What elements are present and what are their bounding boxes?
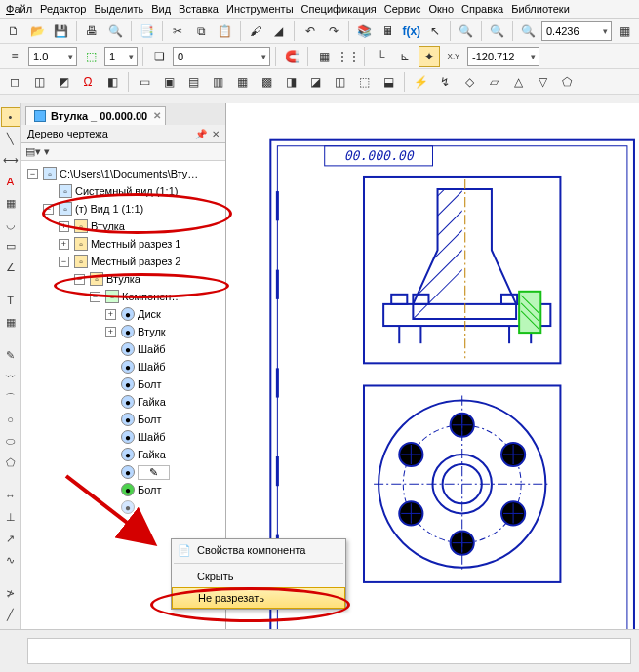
layers-palette-icon[interactable]: ❏ (148, 46, 170, 67)
line-style-combo[interactable]: 1.0 (28, 47, 77, 66)
tree-node-more[interactable]: ● (25, 498, 225, 516)
snap-magnet-icon[interactable]: 🧲 (281, 46, 302, 67)
tree-node-vtulka2[interactable]: − ▫ Втулка (25, 270, 225, 288)
menu-tools[interactable]: Инструменты (226, 3, 294, 15)
line-style-icon[interactable]: ≡ (4, 46, 25, 67)
copy-icon[interactable]: ⧉ (191, 20, 212, 42)
library-mgr-icon[interactable]: 📚 (354, 20, 375, 42)
menu-window[interactable]: Окно (428, 3, 454, 15)
zoom-icon[interactable]: 🔍 (518, 20, 539, 42)
vt-13-icon[interactable]: ◪ (304, 71, 326, 93)
ctx-item-nocut[interactable]: Не разрезать (172, 587, 345, 609)
undo-icon[interactable]: ↶ (300, 20, 320, 42)
save-icon[interactable]: 💾 (51, 20, 71, 42)
print-preview-icon[interactable]: 🔍 (105, 20, 126, 42)
menu-spec[interactable]: Спецификация (301, 3, 377, 15)
vt-19-icon[interactable]: ◇ (459, 71, 480, 93)
view-tool-4-icon[interactable]: Ω (77, 71, 99, 93)
zoom-combo[interactable]: 0.4236 (541, 21, 612, 41)
xy-icon[interactable]: X,Y (443, 46, 464, 67)
vtool-extend-icon[interactable]: ╱ (1, 605, 20, 624)
calculator-icon[interactable]: 🖩 (378, 20, 398, 42)
tree-node-edit-inline[interactable]: ● ✎ (25, 463, 225, 481)
vtool-t-icon[interactable]: T (1, 291, 20, 310)
view-tool-1-icon[interactable]: ◻ (4, 71, 25, 93)
vt-12-icon[interactable]: ◨ (280, 71, 301, 93)
vt-14-icon[interactable]: ◫ (329, 71, 350, 93)
vtool-dim-icon[interactable]: ⟷ (1, 150, 20, 170)
format-paint-icon[interactable]: 🖌 (246, 20, 266, 42)
layer-select-combo[interactable]: 0 (173, 47, 270, 66)
tree-mode-bar[interactable]: ▤▾ ▾ (21, 143, 225, 161)
menu-help[interactable]: Справка (461, 3, 503, 15)
vt-21-icon[interactable]: △ (507, 71, 529, 93)
tree-node-bolt2[interactable]: ● Болт (25, 411, 225, 428)
layer-combo[interactable]: 1 (104, 47, 138, 66)
tree-node-local2[interactable]: − ▫ Местный разрез 2 (25, 253, 225, 270)
layer-icon[interactable]: ⬚ (80, 46, 101, 67)
vtool-table-icon[interactable]: ▦ (1, 312, 20, 332)
redo-icon[interactable]: ↷ (323, 20, 343, 42)
tree-node-shayb1[interactable]: ● Шайб (25, 340, 225, 358)
ctx-item-properties[interactable]: 📄 Свойства компонента (172, 539, 345, 561)
fx-icon[interactable]: f(x) (401, 20, 421, 42)
print-icon[interactable]: 🖶 (82, 20, 102, 42)
expand-icon[interactable]: + (59, 239, 69, 250)
vt-16-icon[interactable]: ⬓ (378, 71, 399, 93)
vtool-trim-icon[interactable]: ≯ (1, 583, 20, 603)
tree-node-components[interactable]: − ▫ Компонен… (25, 288, 225, 305)
vt-7-icon[interactable]: ▣ (158, 71, 180, 93)
tree-node-shayb3[interactable]: ● Шайб (25, 428, 225, 446)
zoom-window-icon[interactable]: 🔍 (487, 20, 507, 42)
tree-node-disk[interactable]: + ● Диск (25, 305, 225, 323)
vtool-spline-icon[interactable]: 〰 (1, 367, 20, 386)
properties-icon[interactable]: 📑 (137, 20, 157, 42)
tree-node-bolt1[interactable]: ● Болт (25, 376, 225, 393)
vt-6-icon[interactable]: ▭ (134, 71, 155, 93)
vtool-point-icon[interactable]: • (1, 107, 20, 127)
ctx-item-hide[interactable]: Скрыть (172, 566, 345, 587)
open-icon[interactable]: 📂 (27, 20, 48, 42)
ortho-icon[interactable]: └ (370, 46, 391, 67)
menu-library[interactable]: Библиотеки (511, 3, 570, 15)
cut-icon[interactable]: ✂ (168, 20, 188, 42)
vt-23-icon[interactable]: ⬠ (556, 71, 578, 93)
vtool-tangent-icon[interactable]: ↗ (1, 529, 20, 548)
tree-node-vtulka1[interactable]: + ▫ Втулка (25, 217, 225, 235)
view-tool-5-icon[interactable]: ◧ (101, 71, 123, 93)
vt-18-icon[interactable]: ↯ (434, 71, 456, 93)
coords-lock-icon[interactable]: ✦ (419, 46, 440, 67)
snap-opts-icon[interactable]: ⋮⋮ (338, 46, 359, 67)
menu-service[interactable]: Сервис (384, 3, 421, 15)
vtool-circle-icon[interactable]: ○ (1, 410, 20, 429)
vtool-polygon-icon[interactable]: ⬠ (1, 453, 20, 472)
tree-node-sysview[interactable]: ▫ Системный вид (1:1) (25, 182, 225, 200)
coord-readout[interactable]: -120.712 (467, 47, 539, 66)
perp-icon[interactable]: ⊾ (394, 46, 416, 67)
tree-node-view1[interactable]: − ▫ (т) Вид 1 (1:1) (25, 200, 225, 217)
tree-node-local1[interactable]: + ▫ Местный разрез 1 (25, 235, 225, 253)
zoom-fit-icon[interactable]: 🔍 (456, 20, 476, 42)
expand-icon[interactable]: + (59, 221, 69, 232)
vtool-rect-icon[interactable]: ▭ (1, 236, 20, 256)
menu-insert[interactable]: Вставка (179, 3, 219, 15)
menu-select[interactable]: Выделить (94, 3, 143, 15)
vt-10-icon[interactable]: ▦ (231, 71, 253, 93)
vtool-dim2-icon[interactable]: ↔ (1, 486, 20, 505)
cursor-icon[interactable]: ↖ (424, 20, 445, 42)
vtool-hatch-icon[interactable]: ▦ (1, 193, 20, 213)
vt-9-icon[interactable]: ▥ (207, 71, 228, 93)
tree-node-vtulk[interactable]: + ● Втулк (25, 323, 225, 340)
tool-extra-icon[interactable]: ▦ (615, 20, 635, 42)
vtool-bezier-icon[interactable]: ∿ (1, 550, 20, 570)
vt-20-icon[interactable]: ▱ (483, 71, 504, 93)
vt-17-icon[interactable]: ⚡ (410, 71, 431, 93)
vtool-arc-icon[interactable]: ◡ (1, 215, 20, 234)
expand-icon[interactable]: + (105, 327, 116, 337)
vtool-angle-icon[interactable]: ∠ (1, 257, 20, 277)
new-doc-icon[interactable]: 🗋 (4, 20, 24, 42)
panel-close-icon[interactable]: ✕ (212, 129, 220, 139)
menu-view[interactable]: Вид (151, 3, 171, 15)
tree-node-shayb2[interactable]: ● Шайб (25, 358, 225, 376)
vtool-line-icon[interactable]: ╲ (1, 129, 20, 148)
